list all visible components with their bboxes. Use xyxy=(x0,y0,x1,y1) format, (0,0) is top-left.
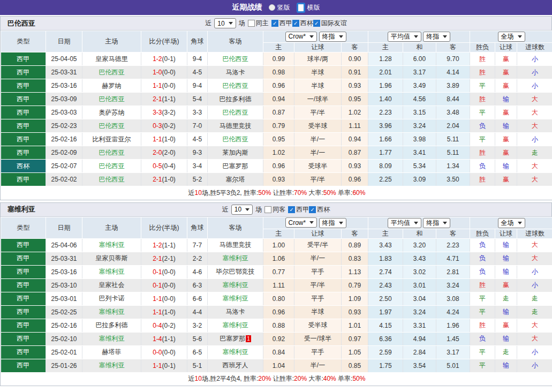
result-outcome: 胜 xyxy=(470,278,495,292)
odds-handicap: 受平/半 xyxy=(294,238,342,252)
match-type-cell: 西杯 xyxy=(1,160,46,173)
match-row: 西甲25-03-03奥萨苏纳3-3(3-2)3-3巴伦西亚0.87平/半1.02… xyxy=(1,106,552,119)
away-team: 巴伦西亚 xyxy=(208,106,263,119)
results-rows: 西甲25-04-05皇家马德里1-2(0-1)9-4巴伦西亚0.99球半/两0.… xyxy=(1,52,552,186)
result-handicap: 走 xyxy=(495,345,517,359)
avg-draw: 2.84 xyxy=(403,345,436,359)
avg-home: 1.66 xyxy=(368,133,403,146)
result-goals: 大 xyxy=(517,319,552,332)
halftime-score: (0-2) xyxy=(162,122,176,130)
odds-stage-select[interactable]: 终指 xyxy=(319,32,346,42)
avg-stage-select[interactable]: 终指 xyxy=(423,32,450,42)
radio-unselected-icon[interactable] xyxy=(269,4,275,11)
match-type-cell: 西甲 xyxy=(1,133,46,146)
checkbox-checked-icon[interactable]: ✓ xyxy=(292,20,299,27)
odds-handicap: 受半球 xyxy=(294,319,342,332)
checkbox-checked-icon[interactable]: ✓ xyxy=(313,20,320,27)
col-odds-home: 主 xyxy=(263,43,294,52)
match-type-cell: 西甲 xyxy=(1,93,46,106)
chevron-down-icon xyxy=(414,222,418,227)
match-count-select[interactable]: 10 xyxy=(214,18,236,28)
odds-company-select[interactable]: Crow* xyxy=(285,32,317,42)
avg-draw: 3.41 xyxy=(403,146,436,160)
odds-home: 0.80 xyxy=(263,292,294,305)
radio-horizontal-layout[interactable]: 横版 xyxy=(297,3,320,13)
match-type-cell: 西甲 xyxy=(1,278,46,292)
result-goals: 小 xyxy=(517,133,552,146)
match-row: 西甲25-03-16塞维利亚0-1(0-0)4-6毕尔巴鄂竞技0.77平手1.1… xyxy=(1,265,552,278)
match-type-cell: 西甲 xyxy=(1,265,46,278)
odds-home: 0.93 xyxy=(263,173,294,186)
league-filter-checkbox[interactable]: ✓西甲 xyxy=(271,19,292,28)
odds-stage-select[interactable]: 终指 xyxy=(319,218,346,228)
match-date: 25-03-31 xyxy=(46,252,82,265)
league-checkbox-group: ✓西甲✓西杯✓国际友谊 xyxy=(271,19,347,28)
checkbox-checked-icon[interactable]: ✓ xyxy=(309,206,316,213)
odds-away: 0.97 xyxy=(342,332,368,345)
league-filter-checkbox[interactable]: ✓西杯 xyxy=(292,19,313,28)
chevron-down-icon xyxy=(518,35,522,40)
avg-company-select[interactable]: 平均值 xyxy=(388,218,421,228)
fulltime-score: 2-1 xyxy=(153,176,162,183)
team-bar: 巴伦西亚 近 10 场 同主 ✓西甲✓西杯✓国际友谊 xyxy=(1,17,551,31)
result-outcome: 胜 xyxy=(470,173,495,186)
match-type-cell: 西甲 xyxy=(1,359,46,372)
result-goals: 大 xyxy=(517,252,552,265)
corner-count: 3-4 xyxy=(187,160,208,173)
red-card-badge[interactable]: 1 xyxy=(246,335,251,342)
halftime-score: (1-0) xyxy=(162,176,176,183)
checkbox-unchecked-icon[interactable] xyxy=(264,206,271,213)
games-label: 场 xyxy=(255,205,262,214)
full-match-select[interactable]: 全场 xyxy=(498,32,525,42)
avg-home: 1.40 xyxy=(368,93,403,106)
away-team: 巴拉多利德 xyxy=(208,93,263,106)
avg-home: 2.01 xyxy=(368,66,403,79)
avg-home: 4.15 xyxy=(368,319,403,332)
chevron-down-icon xyxy=(339,222,343,227)
home-team: 巴列卡诺 xyxy=(82,292,141,305)
col-odds-away: 客 xyxy=(342,43,368,52)
avg-away: 1.45 xyxy=(436,332,470,345)
checkbox-checked-icon[interactable]: ✓ xyxy=(288,206,295,213)
avg-draw: 5.34 xyxy=(403,160,436,173)
halftime-score: (2-1) xyxy=(162,255,176,262)
checkbox-unchecked-icon[interactable] xyxy=(248,20,255,27)
summary-segment: 20% xyxy=(294,375,307,382)
radio-selected-icon[interactable] xyxy=(297,3,305,13)
fulltime-score: 2-0 xyxy=(153,149,162,156)
full-match-select[interactable]: 全场 xyxy=(498,218,525,228)
odds-handicap: 球半/两 xyxy=(294,52,342,66)
result-handicap: 输 xyxy=(495,265,517,278)
halftime-score: (1-0) xyxy=(162,135,176,143)
odds-home: 1.06 xyxy=(263,252,294,265)
fulltime-score: 1-2 xyxy=(153,55,162,63)
league-filter-checkbox[interactable]: ✓西杯 xyxy=(309,205,330,214)
same-venue-checkbox[interactable]: 同客 xyxy=(264,205,285,214)
avg-company-select[interactable]: 平均值 xyxy=(388,32,421,42)
team-results-block-valencia: 巴伦西亚 近 10 场 同主 ✓西甲✓西杯✓国际友谊 类型 xyxy=(0,16,552,200)
away-team: 马洛卡 xyxy=(208,66,263,79)
odds-company-select[interactable]: Crow* xyxy=(285,217,317,228)
away-team: 塞维利亚 xyxy=(208,292,263,305)
radio-vertical-layout[interactable]: 竖版 xyxy=(269,3,290,12)
avg-stage-select[interactable]: 终指 xyxy=(423,218,450,228)
match-row: 西甲25-03-16赫罗纳1-1(0-0)9-4巴伦西亚0.96半球0.931.… xyxy=(1,79,552,93)
avg-home: 1.97 xyxy=(368,305,403,319)
match-score: 3-3(3-2) xyxy=(141,106,187,119)
chevron-down-icon xyxy=(518,222,522,227)
corner-count: 4-4 xyxy=(187,305,208,319)
corner-count: 6-3 xyxy=(187,278,208,292)
league-filter-checkbox[interactable]: ✓西甲 xyxy=(288,205,309,214)
league-filter-checkbox[interactable]: ✓国际友谊 xyxy=(313,19,347,28)
halftime-score: (2-0) xyxy=(162,149,176,156)
summary-segment: 40% xyxy=(323,375,336,382)
fulltime-score: 1-1 xyxy=(153,135,162,143)
odds-home: 1.04 xyxy=(263,359,294,372)
same-venue-checkbox[interactable]: 同主 xyxy=(248,19,269,28)
match-count-select[interactable]: 10 xyxy=(231,205,253,215)
away-team: 塞维利亚 xyxy=(208,319,263,332)
avg-away: 3.48 xyxy=(436,106,470,119)
match-score: 0-0(0-0) xyxy=(141,345,187,359)
match-score: 1-4(1-1) xyxy=(141,332,187,345)
checkbox-checked-icon[interactable]: ✓ xyxy=(271,20,278,27)
